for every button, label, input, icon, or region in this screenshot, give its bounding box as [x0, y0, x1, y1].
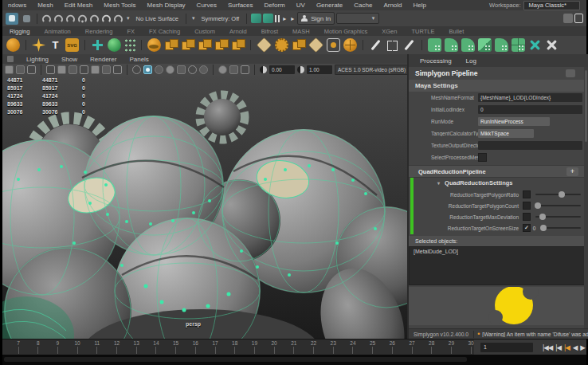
shelf-lattice-sphere-icon[interactable] — [343, 38, 357, 52]
menu-item[interactable]: Help — [408, 2, 432, 9]
shelf-duplicate-icon[interactable] — [292, 38, 305, 52]
timeline-tick[interactable]: 16 — [187, 340, 203, 354]
shelf-separate-icon[interactable] — [181, 38, 194, 52]
timeline-tick[interactable]: 12 — [109, 340, 125, 354]
snap-to-projected-center-icon[interactable] — [77, 13, 88, 24]
on-screen-size-value[interactable]: 0 — [531, 226, 538, 231]
shelf-quad-draw-icon[interactable] — [308, 37, 323, 53]
vp-safe-title-icon[interactable] — [113, 65, 122, 74]
shelf-smooth-icon[interactable] — [428, 38, 441, 52]
shelf-tab[interactable]: Animation — [37, 28, 77, 35]
range-slider-bar[interactable] — [4, 357, 467, 362]
shelf-tab[interactable]: XGen — [374, 28, 404, 35]
menu-item[interactable]: Curves — [191, 2, 222, 9]
menu-item[interactable]: Mesh Display — [142, 2, 191, 9]
shelf-tab[interactable]: FX Caching — [142, 28, 187, 35]
shelf-combine-icon[interactable] — [164, 38, 178, 52]
panel-options-button[interactable] — [566, 69, 575, 77]
quad-reduction-pipeline-header[interactable]: QuadReductionPipeline + — [409, 165, 588, 178]
shelf-plane-projection-icon[interactable] — [257, 37, 272, 53]
menu-item[interactable]: ndows — [2, 2, 32, 9]
shelf-mirror-icon[interactable] — [386, 38, 399, 52]
timeline-tick[interactable]: 21 — [286, 340, 302, 354]
timeline-tick[interactable]: 9 — [49, 340, 65, 354]
snap-magnet-icon[interactable] — [113, 13, 123, 24]
character-controls-icon[interactable] — [574, 14, 583, 23]
time-slider[interactable]: 7 8 9 10 11 12 13 14 — [2, 339, 586, 355]
shelf-type-tool-icon[interactable]: T — [49, 38, 62, 52]
play-backwards-button[interactable]: ◀ — [573, 343, 578, 351]
shelf-conform-icon[interactable] — [495, 38, 508, 52]
selected-object-item[interactable]: [MetalDude_LOD] — [410, 247, 587, 256]
shelf-bounding-box-icon[interactable] — [327, 38, 340, 52]
timeline-tick[interactable]: 24 — [345, 340, 361, 354]
max-deviation-slider[interactable] — [535, 216, 581, 218]
vp-gate-mask-icon[interactable] — [80, 65, 88, 74]
open-render-view-icon[interactable] — [263, 14, 273, 23]
quad-reduction-settings-header[interactable]: ▾ QuadReductionSettings — [409, 178, 588, 189]
tangent-calculator-dropdown[interactable]: MikkTSpace — [478, 129, 534, 138]
tab-log[interactable]: Log — [466, 57, 476, 65]
max-deviation-checkbox[interactable] — [523, 213, 531, 221]
panel-menu-icon[interactable] — [7, 56, 14, 62]
select-by-hierarchy-icon[interactable] — [20, 13, 33, 25]
construction-history-icon[interactable] — [251, 14, 261, 23]
select-processed-checkbox[interactable] — [478, 153, 487, 162]
viewport-menu-lighting[interactable]: Lighting — [26, 56, 49, 63]
selection-mask-icon[interactable] — [6, 13, 18, 25]
menu-item[interactable]: UV — [291, 2, 311, 9]
collapse-caret-icon[interactable]: ▾ — [437, 181, 440, 186]
make-live-icon[interactable] — [101, 13, 112, 24]
timeline-tick[interactable]: 19 — [246, 340, 262, 354]
shelf-tab[interactable]: Rendering — [78, 28, 120, 35]
previous-key-button[interactable]: |◀ — [564, 343, 570, 351]
polygon-ratio-slider[interactable] — [535, 194, 581, 195]
vp-film-gate-icon[interactable] — [57, 65, 66, 74]
shelf-tab[interactable]: MASH — [285, 28, 317, 35]
vp-resolution-gate-icon[interactable] — [69, 65, 77, 74]
timeline-tick[interactable]: 29 — [443, 340, 459, 354]
step-back-frame-button[interactable]: |◀ — [555, 343, 561, 351]
sign-in-button[interactable]: Sign In — [297, 12, 335, 25]
timeline-tick[interactable]: 10 — [69, 340, 85, 354]
menu-item[interactable]: Cache — [348, 2, 378, 9]
initial-lod-index-input[interactable]: 0 — [478, 105, 582, 114]
step-forward-icon[interactable]: ▸ — [281, 15, 288, 22]
shelf-delete-history-icon[interactable] — [528, 38, 542, 52]
symmetry-status[interactable]: Symmetry: Off — [198, 15, 242, 22]
menu-item[interactable]: Mesh — [32, 2, 59, 9]
vp-shaded-mode-icon[interactable] — [143, 65, 152, 74]
menu-item[interactable]: Generate — [311, 2, 348, 9]
vp-field-chart-icon[interactable] — [91, 65, 100, 74]
timeline-tick[interactable]: 22 — [306, 340, 322, 354]
snap-to-view-plane-icon[interactable] — [89, 13, 100, 24]
shelf-gear-sphere-icon[interactable] — [275, 38, 288, 52]
shelf-particle-grid-icon[interactable] — [124, 38, 135, 52]
shelf-svg-tool-icon[interactable]: SVG — [65, 38, 79, 52]
vp-safe-action-icon[interactable] — [102, 65, 111, 74]
vp-textured-icon[interactable] — [155, 65, 163, 74]
shelf-multi-cut-icon[interactable] — [402, 38, 416, 52]
menu-item[interactable]: Edit Mesh — [59, 2, 99, 9]
live-surface-caret-icon[interactable]: ▾ — [125, 15, 131, 22]
viewport-menu-panels[interactable]: Panels — [129, 56, 148, 63]
shelf-tab[interactable]: Bullet — [442, 28, 472, 35]
timeline-tick[interactable]: 25 — [365, 340, 381, 354]
exposure-icon[interactable] — [260, 66, 267, 73]
warning-message[interactable]: [Warning] An item with name 'Difuse' was… — [482, 332, 588, 337]
range-slider[interactable] — [2, 355, 586, 365]
timeline-tick[interactable]: 17 — [207, 340, 223, 354]
timeline-tick[interactable]: 20 — [266, 340, 282, 354]
bookmark-icon[interactable] — [563, 14, 573, 23]
shelf-tab[interactable]: TURTLE — [404, 28, 441, 35]
tab-processing[interactable]: Processing — [420, 57, 452, 65]
vp-camera-attributes-icon[interactable] — [27, 65, 36, 74]
timeline-tick[interactable]: 11 — [89, 340, 105, 354]
shelf-poly-sphere-icon[interactable] — [6, 38, 20, 52]
maya-settings-header[interactable]: Maya Settings — [409, 80, 588, 92]
play-forwards-button[interactable]: ▶ — [580, 343, 585, 351]
polygon-count-checkbox[interactable] — [523, 202, 531, 210]
menu-item[interactable]: Deform — [259, 2, 291, 9]
shelf-tab[interactable]: Bifrost — [254, 28, 285, 35]
shelf-tab[interactable]: Motion Graphics — [317, 28, 375, 35]
